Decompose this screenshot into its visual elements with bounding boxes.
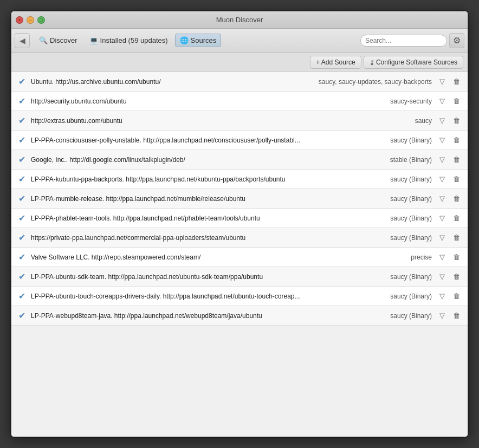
- source-distribution: saucy (Binary): [367, 195, 432, 203]
- filter-icon: ▽: [439, 233, 445, 242]
- source-actions: ▽ 🗑: [436, 251, 462, 263]
- source-distribution: saucy (Binary): [367, 137, 432, 144]
- source-actions: ▽ 🗑: [436, 115, 462, 127]
- check-icon: ✔: [18, 174, 25, 184]
- source-actions: ▽ 🗑: [436, 193, 462, 205]
- delete-button[interactable]: 🗑: [450, 173, 462, 185]
- settings-button[interactable]: ⚙: [449, 33, 464, 48]
- maximize-button[interactable]: □: [37, 16, 45, 24]
- delete-button[interactable]: 🗑: [450, 212, 462, 224]
- add-source-button[interactable]: + Add Source: [310, 56, 361, 69]
- filter-button[interactable]: ▽: [436, 271, 448, 283]
- filter-button[interactable]: ▽: [436, 154, 448, 166]
- delete-button[interactable]: 🗑: [450, 271, 462, 283]
- source-distribution: saucy (Binary): [367, 312, 432, 320]
- source-row: ✔ LP-PPA-mumble-release. http://ppa.laun…: [11, 189, 468, 209]
- discover-tab[interactable]: 🔍 Discover: [34, 34, 82, 47]
- installed-tab[interactable]: 💻 Installed (59 updates): [85, 34, 173, 47]
- source-actions: ▽ 🗑: [436, 76, 462, 88]
- filter-button[interactable]: ▽: [436, 212, 448, 224]
- filter-icon: ▽: [439, 194, 445, 203]
- source-checkbox[interactable]: ✔: [17, 174, 27, 184]
- back-button[interactable]: ◀: [15, 33, 30, 48]
- source-checkbox[interactable]: ✔: [17, 116, 27, 126]
- trash-icon: 🗑: [453, 116, 460, 125]
- source-checkbox[interactable]: ✔: [17, 96, 27, 106]
- source-checkbox[interactable]: ✔: [17, 233, 27, 243]
- source-checkbox[interactable]: ✔: [17, 194, 27, 204]
- installed-label: Installed (59 updates): [100, 36, 168, 44]
- source-actions: ▽ 🗑: [436, 95, 462, 107]
- delete-button[interactable]: 🗑: [450, 232, 462, 244]
- source-checkbox[interactable]: ✔: [17, 155, 27, 165]
- source-row: ✔ Google, Inc.. http://dl.google.com/lin…: [11, 150, 468, 170]
- source-checkbox[interactable]: ✔: [17, 77, 27, 87]
- source-checkbox[interactable]: ✔: [17, 272, 27, 282]
- filter-button[interactable]: ▽: [436, 251, 448, 263]
- window-controls: × − □: [16, 16, 45, 24]
- trash-icon: 🗑: [453, 77, 460, 86]
- source-name: Valve Software LLC. http://repo.steampow…: [31, 254, 361, 261]
- source-distribution: saucy-security: [367, 98, 432, 105]
- trash-icon: 🗑: [453, 311, 460, 320]
- trash-icon: 🗑: [453, 175, 460, 183]
- filter-button[interactable]: ▽: [436, 115, 448, 127]
- check-icon: ✔: [18, 271, 25, 282]
- discover-label: Discover: [50, 36, 77, 44]
- delete-button[interactable]: 🗑: [450, 95, 462, 107]
- source-checkbox[interactable]: ✔: [17, 135, 27, 145]
- source-row: ✔ Valve Software LLC. http://repo.steamp…: [11, 248, 468, 267]
- source-name: LP-PPA-mumble-release. http://ppa.launch…: [31, 195, 361, 203]
- source-checkbox[interactable]: ✔: [17, 291, 27, 301]
- delete-button[interactable]: 🗑: [450, 134, 462, 146]
- source-name: LP-PPA-ubuntu-touch-coreapps-drivers-dai…: [31, 293, 361, 300]
- check-icon: ✔: [18, 310, 25, 321]
- configure-sources-button[interactable]: ⚷ Configure Software Sources: [364, 56, 463, 69]
- delete-button[interactable]: 🗑: [450, 290, 462, 302]
- delete-button[interactable]: 🗑: [450, 76, 462, 88]
- settings-icon: ⚙: [453, 35, 461, 46]
- source-checkbox[interactable]: ✔: [17, 311, 27, 321]
- delete-button[interactable]: 🗑: [450, 154, 462, 166]
- filter-icon: ▽: [439, 214, 445, 222]
- search-box[interactable]: [360, 35, 447, 47]
- check-icon: ✔: [18, 115, 25, 126]
- filter-icon: ▽: [439, 77, 445, 86]
- sources-tab[interactable]: 🌐 Sources: [175, 34, 222, 47]
- filter-button[interactable]: ▽: [436, 76, 448, 88]
- search-input[interactable]: [365, 37, 430, 44]
- close-button[interactable]: ×: [16, 16, 23, 24]
- source-actions: ▽ 🗑: [436, 212, 462, 224]
- trash-icon: 🗑: [453, 233, 460, 242]
- source-distribution: saucy (Binary): [367, 176, 432, 183]
- add-source-label: + Add Source: [316, 59, 355, 66]
- delete-button[interactable]: 🗑: [450, 251, 462, 263]
- filter-button[interactable]: ▽: [436, 310, 448, 322]
- source-distribution: saucy (Binary): [367, 234, 432, 242]
- source-actions: ▽ 🗑: [436, 154, 462, 166]
- action-bar: + Add Source ⚷ Configure Software Source…: [11, 53, 468, 72]
- check-icon: ✔: [18, 154, 25, 165]
- filter-button[interactable]: ▽: [436, 95, 448, 107]
- check-icon: ✔: [18, 252, 25, 262]
- filter-button[interactable]: ▽: [436, 193, 448, 205]
- source-row: ✔ LP-PPA-webupd8team-java. http://ppa.la…: [11, 306, 468, 326]
- source-checkbox[interactable]: ✔: [17, 213, 27, 223]
- delete-button[interactable]: 🗑: [450, 310, 462, 322]
- trash-icon: 🗑: [453, 194, 460, 203]
- source-row: ✔ Ubuntu. http://us.archive.ubuntu.com/u…: [11, 72, 468, 92]
- check-icon: ✔: [18, 96, 25, 106]
- source-distribution: saucy (Binary): [367, 293, 432, 300]
- filter-button[interactable]: ▽: [436, 173, 448, 185]
- minimize-button[interactable]: −: [27, 16, 34, 24]
- filter-button[interactable]: ▽: [436, 232, 448, 244]
- source-checkbox[interactable]: ✔: [17, 252, 27, 262]
- filter-icon: ▽: [439, 311, 445, 320]
- delete-button[interactable]: 🗑: [450, 193, 462, 205]
- filter-button[interactable]: ▽: [436, 134, 448, 146]
- filter-icon: ▽: [439, 97, 445, 105]
- source-actions: ▽ 🗑: [436, 173, 462, 185]
- filter-button[interactable]: ▽: [436, 290, 448, 302]
- trash-icon: 🗑: [453, 155, 460, 164]
- delete-button[interactable]: 🗑: [450, 115, 462, 127]
